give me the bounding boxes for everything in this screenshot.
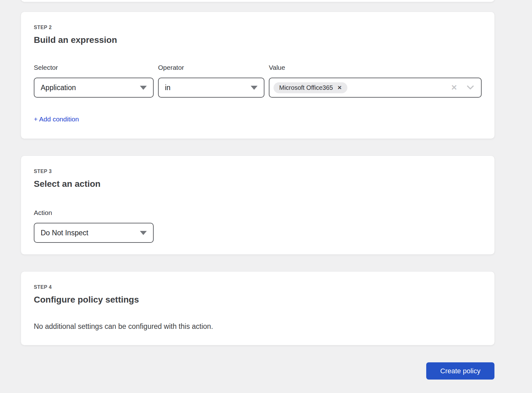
selector-dropdown[interactable]: Application: [34, 78, 154, 98]
action-dropdown-value: Do Not Inspect: [41, 229, 88, 237]
clear-all-icon[interactable]: ✕: [451, 84, 457, 91]
operator-dropdown[interactable]: in: [158, 78, 264, 98]
value-field-label: Value: [269, 63, 482, 72]
step4-card: STEP 4 Configure policy settings No addi…: [21, 272, 494, 345]
remove-tag-icon[interactable]: ✕: [337, 85, 342, 90]
value-tag-text: Microsoft Office365: [279, 84, 333, 91]
selector-dropdown-value: Application: [41, 84, 76, 92]
action-fields-row: Action Do Not Inspect: [34, 208, 482, 243]
step4-label: STEP 4: [34, 284, 482, 290]
step4-title: Configure policy settings: [34, 294, 482, 305]
action-field-label: Action: [34, 208, 154, 217]
operator-field-label: Operator: [158, 63, 264, 72]
operator-dropdown-value: in: [165, 84, 171, 92]
step4-body-text: No additional settings can be configured…: [34, 322, 482, 331]
step3-label: STEP 3: [34, 168, 482, 175]
value-multiselect[interactable]: Microsoft Office365 ✕ ✕: [269, 78, 482, 98]
dropdown-caret-icon: [140, 231, 147, 235]
selector-field-label: Selector: [34, 63, 154, 72]
value-tag: Microsoft Office365 ✕: [274, 82, 347, 93]
step3-card: STEP 3 Select an action Action Do Not In…: [21, 156, 494, 254]
value-field: Value Microsoft Office365 ✕ ✕: [269, 63, 482, 98]
value-box-controls: ✕: [451, 84, 474, 91]
policy-builder-page: STEP 2 Build an expression Selector Appl…: [0, 0, 532, 393]
dropdown-caret-icon: [251, 86, 258, 90]
add-condition-link[interactable]: + Add condition: [34, 115, 79, 123]
action-field: Action Do Not Inspect: [34, 208, 154, 243]
step2-title: Build an expression: [34, 34, 482, 46]
chevron-down-icon[interactable]: [467, 85, 474, 90]
operator-field: Operator in: [158, 63, 264, 98]
step2-card: STEP 2 Build an expression Selector Appl…: [21, 12, 494, 139]
previous-step-card-edge: [21, 0, 494, 2]
step3-title: Select an action: [34, 178, 482, 190]
selector-field: Selector Application: [34, 63, 154, 98]
create-policy-button[interactable]: Create policy: [426, 362, 494, 380]
step2-label: STEP 2: [34, 24, 482, 31]
dropdown-caret-icon: [140, 86, 147, 90]
expression-fields-row: Selector Application Operator in Value M…: [34, 63, 482, 98]
action-dropdown[interactable]: Do Not Inspect: [34, 223, 154, 243]
